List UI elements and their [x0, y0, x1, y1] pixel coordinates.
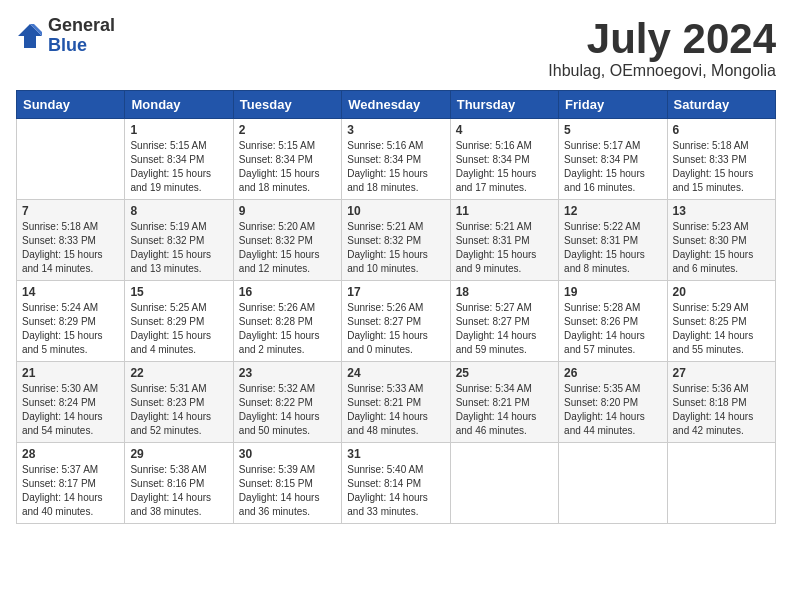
day-number: 2 [239, 123, 336, 137]
day-info-line: Daylight: 14 hours [673, 330, 754, 341]
day-info: Sunrise: 5:33 AMSunset: 8:21 PMDaylight:… [347, 382, 444, 438]
day-number: 4 [456, 123, 553, 137]
day-info: Sunrise: 5:24 AMSunset: 8:29 PMDaylight:… [22, 301, 119, 357]
day-info: Sunrise: 5:18 AMSunset: 8:33 PMDaylight:… [22, 220, 119, 276]
calendar-day-cell: 15Sunrise: 5:25 AMSunset: 8:29 PMDayligh… [125, 281, 233, 362]
day-info-line: and 8 minutes. [564, 263, 630, 274]
weekday-header: Friday [559, 91, 667, 119]
day-info-line: Sunset: 8:16 PM [130, 478, 204, 489]
day-info-line: and 46 minutes. [456, 425, 527, 436]
day-number: 26 [564, 366, 661, 380]
day-info-line: Sunrise: 5:21 AM [347, 221, 423, 232]
calendar-day-cell: 6Sunrise: 5:18 AMSunset: 8:33 PMDaylight… [667, 119, 775, 200]
day-info: Sunrise: 5:26 AMSunset: 8:28 PMDaylight:… [239, 301, 336, 357]
day-info-line: Sunset: 8:24 PM [22, 397, 96, 408]
day-info: Sunrise: 5:23 AMSunset: 8:30 PMDaylight:… [673, 220, 770, 276]
day-info-line: Daylight: 14 hours [456, 330, 537, 341]
day-info-line: Sunrise: 5:16 AM [456, 140, 532, 151]
day-number: 19 [564, 285, 661, 299]
day-info-line: Daylight: 15 hours [673, 168, 754, 179]
day-info-line: and 0 minutes. [347, 344, 413, 355]
day-number: 31 [347, 447, 444, 461]
day-info-line: Sunset: 8:34 PM [130, 154, 204, 165]
day-info-line: Sunrise: 5:39 AM [239, 464, 315, 475]
day-info-line: and 16 minutes. [564, 182, 635, 193]
day-info-line: Daylight: 14 hours [564, 330, 645, 341]
day-info-line: Sunrise: 5:37 AM [22, 464, 98, 475]
day-info-line: Sunrise: 5:38 AM [130, 464, 206, 475]
day-info: Sunrise: 5:15 AMSunset: 8:34 PMDaylight:… [239, 139, 336, 195]
day-info-line: and 57 minutes. [564, 344, 635, 355]
day-number: 25 [456, 366, 553, 380]
day-info-line: Sunset: 8:15 PM [239, 478, 313, 489]
header: General Blue July 2024 Ihbulag, OEmnoego… [16, 16, 776, 80]
day-number: 18 [456, 285, 553, 299]
day-info-line: Sunrise: 5:23 AM [673, 221, 749, 232]
day-number: 11 [456, 204, 553, 218]
calendar-day-cell: 7Sunrise: 5:18 AMSunset: 8:33 PMDaylight… [17, 200, 125, 281]
day-info-line: and 19 minutes. [130, 182, 201, 193]
day-info-line: Sunrise: 5:24 AM [22, 302, 98, 313]
day-info: Sunrise: 5:17 AMSunset: 8:34 PMDaylight:… [564, 139, 661, 195]
month-title: July 2024 [548, 16, 776, 62]
day-info-line: Daylight: 14 hours [130, 411, 211, 422]
day-info: Sunrise: 5:25 AMSunset: 8:29 PMDaylight:… [130, 301, 227, 357]
day-info: Sunrise: 5:32 AMSunset: 8:22 PMDaylight:… [239, 382, 336, 438]
calendar-day-cell: 3Sunrise: 5:16 AMSunset: 8:34 PMDaylight… [342, 119, 450, 200]
day-info-line: and 50 minutes. [239, 425, 310, 436]
day-info: Sunrise: 5:39 AMSunset: 8:15 PMDaylight:… [239, 463, 336, 519]
day-info-line: Daylight: 14 hours [673, 411, 754, 422]
day-info-line: Sunset: 8:33 PM [22, 235, 96, 246]
day-info: Sunrise: 5:34 AMSunset: 8:21 PMDaylight:… [456, 382, 553, 438]
day-info-line: Sunset: 8:17 PM [22, 478, 96, 489]
day-info-line: Daylight: 15 hours [456, 249, 537, 260]
day-info-line: Sunrise: 5:21 AM [456, 221, 532, 232]
logo-text: General Blue [48, 16, 115, 56]
day-info-line: Daylight: 15 hours [347, 249, 428, 260]
day-info: Sunrise: 5:26 AMSunset: 8:27 PMDaylight:… [347, 301, 444, 357]
day-number: 30 [239, 447, 336, 461]
day-info-line: and 40 minutes. [22, 506, 93, 517]
day-number: 6 [673, 123, 770, 137]
day-info-line: Sunrise: 5:30 AM [22, 383, 98, 394]
day-info-line: Daylight: 15 hours [130, 168, 211, 179]
day-info-line: Sunrise: 5:36 AM [673, 383, 749, 394]
weekday-header: Wednesday [342, 91, 450, 119]
calendar-day-cell: 11Sunrise: 5:21 AMSunset: 8:31 PMDayligh… [450, 200, 558, 281]
day-number: 28 [22, 447, 119, 461]
weekday-header: Monday [125, 91, 233, 119]
day-info-line: and 13 minutes. [130, 263, 201, 274]
calendar-day-cell: 23Sunrise: 5:32 AMSunset: 8:22 PMDayligh… [233, 362, 341, 443]
calendar-day-cell: 5Sunrise: 5:17 AMSunset: 8:34 PMDaylight… [559, 119, 667, 200]
day-info-line: Daylight: 15 hours [239, 168, 320, 179]
day-number: 29 [130, 447, 227, 461]
day-info-line: and 5 minutes. [22, 344, 88, 355]
day-info-line: and 18 minutes. [239, 182, 310, 193]
day-info-line: Sunset: 8:14 PM [347, 478, 421, 489]
day-info: Sunrise: 5:21 AMSunset: 8:32 PMDaylight:… [347, 220, 444, 276]
logo-blue: Blue [48, 36, 115, 56]
calendar-day-cell: 20Sunrise: 5:29 AMSunset: 8:25 PMDayligh… [667, 281, 775, 362]
day-info-line: Daylight: 14 hours [564, 411, 645, 422]
calendar-week-row: 7Sunrise: 5:18 AMSunset: 8:33 PMDaylight… [17, 200, 776, 281]
day-info-line: and 55 minutes. [673, 344, 744, 355]
day-info-line: Daylight: 15 hours [130, 249, 211, 260]
day-info-line: Sunrise: 5:15 AM [130, 140, 206, 151]
day-info-line: Sunrise: 5:33 AM [347, 383, 423, 394]
day-info-line: and 38 minutes. [130, 506, 201, 517]
day-info-line: Sunset: 8:29 PM [22, 316, 96, 327]
day-info-line: Sunset: 8:23 PM [130, 397, 204, 408]
day-info-line: Daylight: 15 hours [22, 249, 103, 260]
day-info-line: Daylight: 15 hours [564, 168, 645, 179]
day-info: Sunrise: 5:16 AMSunset: 8:34 PMDaylight:… [456, 139, 553, 195]
day-info-line: Daylight: 15 hours [239, 249, 320, 260]
day-info-line: and 54 minutes. [22, 425, 93, 436]
calendar-body: 1Sunrise: 5:15 AMSunset: 8:34 PMDaylight… [17, 119, 776, 524]
day-info-line: Sunset: 8:31 PM [564, 235, 638, 246]
calendar-day-cell: 17Sunrise: 5:26 AMSunset: 8:27 PMDayligh… [342, 281, 450, 362]
day-info-line: Daylight: 15 hours [130, 330, 211, 341]
day-info-line: Sunset: 8:22 PM [239, 397, 313, 408]
day-info-line: Sunrise: 5:19 AM [130, 221, 206, 232]
day-info: Sunrise: 5:18 AMSunset: 8:33 PMDaylight:… [673, 139, 770, 195]
day-info-line: Sunrise: 5:15 AM [239, 140, 315, 151]
